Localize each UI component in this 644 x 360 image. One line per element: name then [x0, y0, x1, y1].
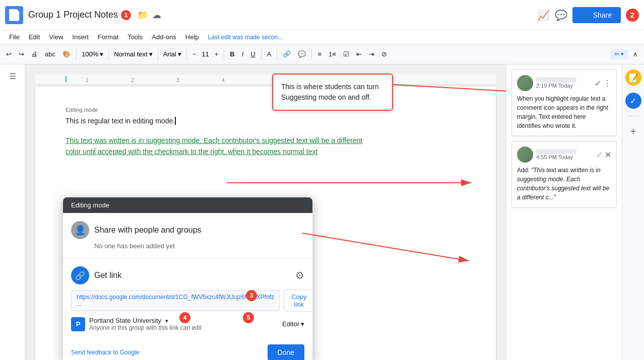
main-layout: ☰ 1 2 3 4 This is where students can tur…: [0, 64, 644, 360]
avatar-1: [517, 75, 533, 91]
tasks-icon[interactable]: ✓: [625, 93, 641, 109]
menu-file[interactable]: File: [5, 32, 24, 42]
get-link-title: 🔗 Get link ⚙: [71, 266, 304, 284]
trending-icon[interactable]: 📈: [537, 9, 550, 21]
italic-button[interactable]: I: [239, 48, 247, 60]
top-bar-right: 📈 💬 👤 Share 2: [537, 7, 639, 23]
sidebar-divider: [627, 116, 639, 116]
menu-insert[interactable]: Insert: [68, 32, 93, 42]
doc-icons: 📁 ☁: [137, 10, 161, 21]
menu-view[interactable]: View: [45, 32, 67, 42]
share-button[interactable]: 👤 Share: [572, 7, 621, 23]
regular-text: This is regular text in editing mode.: [66, 117, 176, 125]
link-icon: 🔗: [71, 266, 89, 284]
bold-button[interactable]: B: [227, 48, 237, 60]
paint-format-button[interactable]: 🎨: [59, 48, 74, 60]
share-icon: 👤: [582, 11, 590, 19]
notification-badge-1: 1: [121, 10, 131, 20]
collapse-button[interactable]: ∧: [630, 48, 641, 60]
top-bar: Group 1 Project Notes 1 📁 ☁ 📈 💬 👤 Share …: [0, 0, 644, 30]
underline-button[interactable]: U: [247, 48, 258, 60]
regular-text-block: This is regular text in editing mode.: [66, 117, 466, 125]
numbered-list-button[interactable]: 1≡: [326, 48, 339, 60]
tooltip-annotation: This is where students can turn Suggesti…: [272, 74, 393, 111]
share-person-icon: 👤: [71, 221, 89, 239]
add-icon[interactable]: +: [625, 123, 641, 139]
link-button[interactable]: 🔗: [280, 48, 294, 60]
comment-icon[interactable]: 💬: [555, 9, 567, 21]
badge-5: 5: [243, 312, 254, 323]
menu-help[interactable]: Help: [181, 32, 203, 42]
separator-3: [158, 48, 158, 60]
text-color-button[interactable]: A: [264, 48, 275, 60]
share-dialog-header: Editing mode: [63, 197, 312, 213]
editing-mode-label: Editing mode: [66, 107, 466, 113]
notes-icon[interactable]: 📝: [625, 69, 641, 86]
badge-3: 3: [246, 290, 257, 301]
chevron-down-icon: ▾: [149, 50, 153, 58]
share-people-section: 👤 Share with people and groups No one ha…: [63, 213, 312, 258]
separator-2: [108, 48, 109, 60]
avatar-2: [517, 147, 533, 163]
print-button[interactable]: 🖨: [28, 48, 41, 60]
font-select[interactable]: Arial ▾: [161, 49, 184, 59]
suggesting-text-block: This text was written is in suggesting m…: [66, 135, 466, 158]
get-link-label: Get link: [94, 271, 121, 280]
separator-1: [76, 48, 77, 60]
commenter-name-2: [536, 149, 576, 154]
menu-tools[interactable]: Tools: [123, 32, 147, 42]
menu-bar: File Edit View Insert Format Tools Add-o…: [0, 30, 644, 44]
menu-edit[interactable]: Edit: [25, 32, 44, 42]
commenter-name-1: [536, 78, 576, 83]
font-size-value: 11: [200, 50, 211, 58]
role-select[interactable]: Editor ▾: [282, 320, 304, 328]
comment-card-1: 2:19 PM Today ✓ ⋮ When you highlight reg…: [511, 69, 617, 136]
list-button[interactable]: ≡: [314, 48, 325, 60]
org-icon: P: [71, 317, 85, 331]
role-chevron-icon: ▾: [301, 320, 304, 328]
check-icon-2[interactable]: ✓: [596, 150, 603, 160]
comment-add-button[interactable]: 💬: [295, 48, 309, 60]
settings-icon[interactable]: ⚙: [295, 269, 304, 281]
share-dialog: Editing mode 👤 Share with people and gro…: [63, 197, 312, 360]
org-sub: Anyone in this group with this link can …: [89, 324, 202, 331]
checklist-button[interactable]: ☑: [340, 48, 352, 60]
document-page[interactable]: Editing mode This is regular text in edi…: [35, 87, 496, 360]
done-button[interactable]: Done: [268, 344, 304, 360]
menu-format[interactable]: Format: [94, 32, 122, 42]
zoom-select[interactable]: 100% ▾: [79, 49, 106, 59]
org-chevron-icon[interactable]: ▾: [165, 318, 168, 324]
decrease-font-button[interactable]: −: [189, 48, 200, 60]
share-footer: Send feedback to Google Done: [63, 339, 312, 360]
google-docs-logo[interactable]: [5, 6, 23, 24]
more-icon-1[interactable]: ⋮: [603, 79, 611, 88]
indent-less-button[interactable]: ⇤: [353, 48, 365, 60]
chevron-down-icon: ▾: [100, 50, 103, 58]
indent-more-button[interactable]: ⇥: [366, 48, 377, 60]
comment-text-1: When you highlight regular text a commen…: [517, 94, 611, 130]
feedback-link[interactable]: Send feedback to Google: [71, 349, 139, 356]
undo-button[interactable]: ↩: [3, 48, 15, 60]
check-icon-1[interactable]: ✓: [595, 79, 601, 88]
comment-add-text-2: Add: "This text was written is in sugges…: [517, 166, 611, 202]
copy-link-button[interactable]: Copy link: [284, 290, 312, 312]
add-label: Add:: [517, 167, 530, 174]
separator-7: [277, 48, 277, 60]
spellcheck-button[interactable]: abc: [42, 48, 58, 60]
menu-addons[interactable]: Add-ons: [148, 32, 180, 42]
badge-4: 4: [179, 312, 190, 323]
right-sidebar: 📝 ✓ +: [622, 64, 644, 360]
outline-icon[interactable]: ☰: [5, 68, 20, 84]
share-no-one: No one has been added yet: [94, 242, 304, 250]
font-size-control: − 11 +: [189, 48, 222, 60]
toolbar: ↩ ↪ 🖨 abc 🎨 100% ▾ Normal text ▾ Arial ▾…: [0, 44, 644, 64]
suggesting-mode-button[interactable]: ✏ ▾: [610, 49, 628, 59]
close-icon-2[interactable]: ✕: [605, 150, 611, 160]
suggesting-text-line1: This text was written is in suggesting m…: [66, 135, 466, 146]
redo-button[interactable]: ↪: [16, 48, 27, 60]
clear-format-button[interactable]: ⊘: [378, 48, 390, 60]
increase-font-button[interactable]: +: [212, 48, 222, 60]
style-select[interactable]: Normal text ▾: [111, 49, 155, 59]
ruler: 1 2 3 4: [35, 75, 496, 85]
folder-icon[interactable]: 📁: [137, 10, 148, 21]
